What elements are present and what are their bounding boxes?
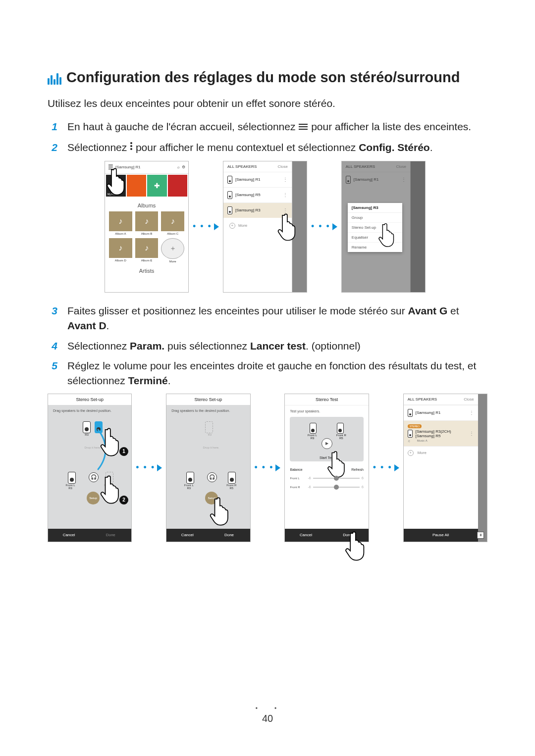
drag-hint: Drag speakers to the desired position. [48,405,131,412]
more-vertical-icon: ⋮ [469,412,474,414]
arrow-icon: • • • [136,462,162,473]
screenshot-context-menu: ALL SPEAKERS Close [Samsung] R1⋮ [Samsun… [341,161,426,293]
setup-title: Stereo Set-up [48,394,131,405]
screenshot-result-panel: ALL SPEAKERS Close [Samsung] R1⋮ STEREO … [403,394,487,542]
equalizer-icon [48,72,61,83]
plus-icon: ✚ [147,175,167,197]
play-icon: ▶ [321,438,332,449]
step-4-text: Sélectionnez Param. puis sélectionnez La… [67,339,487,353]
more-vertical-icon: ⋮ [283,179,288,181]
album-thumb: ♪ [109,211,132,231]
balance-label: Balance [290,468,302,471]
done-button: Done [327,529,369,542]
svg-point-3 [130,142,132,144]
section-heading: Configuration des réglages du mode son s… [48,69,487,86]
page-number: 40 [262,713,273,724]
device-name: [Samsung] R1 [115,165,175,169]
step-number: 2 [48,140,57,156]
panel-title: ALL SPEAKERS [227,164,257,169]
panel-title: ALL SPEAKERS [408,397,437,402]
step-number: 5 [48,358,57,389]
test-title: Stereo Test [285,394,368,405]
close-link: Close [464,397,474,402]
done-button: Done [90,529,131,542]
cancel-button: Cancel [48,529,90,542]
popup-item-rename: Rename [348,243,402,252]
page-footer: • • 40 [0,705,535,724]
album-thumb: ♪ [109,238,132,258]
section-artists-title: Artists [105,263,188,277]
figure-row-1: ☰ [Samsung] R1 ⌕ ⚙ My Phone ✚ Albums ♪Al… [105,161,487,293]
screenshot-stereo-setup-placed: Stereo Set-up Drag speakers to the desir… [166,394,250,542]
headphones-icon: 🎧 [207,472,217,482]
context-menu-popup: [Samsung] R3 Group Stereo Set-up Equalis… [348,203,402,252]
music-note-icon: ♫ [408,439,410,443]
step-number: 4 [48,339,57,353]
section-albums-title: Albums [105,198,188,211]
arrow-icon: • • • [311,221,337,232]
step-number: 1 [48,119,57,135]
popup-item-equaliser: Equaliser [348,233,402,243]
album-thumb: ♪ [161,211,184,231]
more-albums-button: ＋ [161,238,184,259]
setup-button: Setup [205,492,218,504]
callout-badge-2: 2 [119,496,128,504]
hamburger-icon: ☰ [108,164,113,171]
more-vertical-icon: ⋮ [283,194,288,196]
cancel-button: Cancel [285,529,326,542]
hamburger-icon [298,119,308,134]
step-number: 3 [48,303,57,334]
headphones-icon: 🎧 [89,472,99,482]
plus-icon: + [229,223,235,229]
more-vertical-icon [130,140,133,154]
step-1-text: En haut à gauche de l'écran accueil, sél… [67,119,487,135]
tile-label-myphone: My Phone [107,193,119,196]
search-icon: ⌕ [177,165,180,169]
cancel-button: Cancel [166,529,208,542]
steps-list: 3 Faites glisser et positionnez les ence… [48,303,487,389]
screenshot-stereo-setup-drag: Stereo Set-up Drag speakers to the desir… [48,394,132,542]
stereo-badge: STEREO [408,424,422,428]
arrow-icon: • • • [373,462,399,473]
more-vertical-icon: ⋮ [283,209,288,211]
steps-list: 1 En haut à gauche de l'écran accueil, s… [48,119,487,155]
pause-icon: ⏸ [477,532,484,539]
popup-item-group: Group [348,213,402,223]
album-thumb: ♪ [135,211,159,231]
setup-button: Setup [87,492,100,504]
callout-badge-1: 1 [119,447,128,456]
step-5-text: Réglez le volume pour les enceintes droi… [67,358,487,389]
pause-all-button: Pause All [404,529,478,542]
refresh-label: Refresh [351,468,364,471]
start-test-label: Start Test [290,456,363,459]
gear-icon: ⚙ [182,165,185,169]
step-3-text: Faites glisser et positionnez les encein… [67,303,487,334]
close-link: Close [277,164,287,169]
svg-point-4 [130,145,132,147]
section-heading-text: Configuration des réglages du mode son s… [66,69,460,86]
test-hint: Test your speakers. [285,405,368,413]
figure-row-2: Stereo Set-up Drag speakers to the desir… [48,394,487,542]
popup-title: [Samsung] R3 [348,203,402,213]
screenshot-speakers-list: ALL SPEAKERS Close [Samsung] R1⋮ [Samsun… [223,161,307,293]
step-2-text: Sélectionnez pour afficher le menu conte… [67,140,487,156]
arrow-icon: • • • [255,462,281,473]
popup-item-stereo-setup: Stereo Set-up [348,223,402,233]
intro-paragraph: Utilisez les deux enceintes pour obtenir… [48,97,487,110]
screenshot-stereo-test: Stereo Test Test your speakers. Front LR… [284,394,369,542]
svg-point-5 [130,148,132,150]
more-vertical-icon: ⋮ [469,433,474,435]
album-thumb: ♪ [135,238,159,258]
arrow-icon: • • • [193,221,219,232]
screenshot-home: ☰ [Samsung] R1 ⌕ ⚙ My Phone ✚ Albums ♪Al… [105,161,189,293]
done-button: Done [208,529,250,542]
